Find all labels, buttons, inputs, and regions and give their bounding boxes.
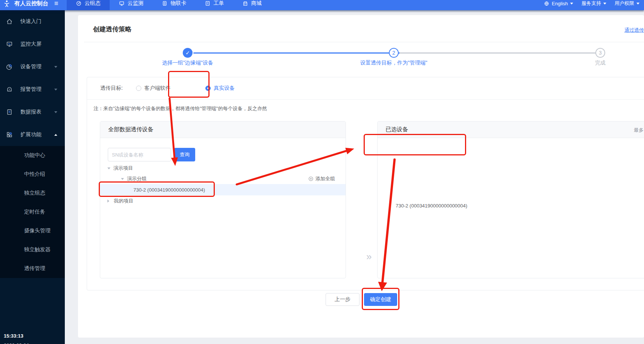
sidebar-item-quick-start[interactable]: 快速入门 xyxy=(0,10,65,33)
chevron-down-icon xyxy=(570,3,573,6)
selected-device-item[interactable]: 730-2 (00034190000000000004) xyxy=(396,203,467,209)
tree-node-demo-group[interactable]: 演示分组 添加全组 xyxy=(100,174,346,184)
tree-collapsed-icon[interactable] xyxy=(107,200,111,203)
submenu-label: 定时任务 xyxy=(24,209,45,215)
submenu-item-standalone-trigger[interactable]: 独立触发器 xyxy=(0,240,65,259)
max-devices-hint: 最多 xyxy=(634,127,644,134)
tree-node-label: 我的项目 xyxy=(114,198,133,204)
device-search-input[interactable] xyxy=(108,148,171,161)
circle-plus-icon xyxy=(308,176,314,181)
all-devices-title: 全部数据透传设备 xyxy=(108,126,153,133)
divider xyxy=(84,42,644,42)
user-permission-menu[interactable]: 用户权限 xyxy=(615,0,639,7)
step-3-circle: 3 xyxy=(595,48,605,58)
home-icon xyxy=(6,18,13,25)
sidebar-item-label: 监控大屏 xyxy=(20,41,57,48)
submenu-label: 透传管理 xyxy=(24,265,45,272)
sidebar-item-label: 扩展功能 xyxy=(20,131,54,138)
submenu-item-scheduled-task[interactable]: 定时任务 xyxy=(0,203,65,221)
tree-node-my-project[interactable]: 我的项目 xyxy=(100,195,346,207)
grid-icon xyxy=(6,131,13,138)
submenu-label: 独立触发器 xyxy=(24,246,50,253)
tree-node-label: 演示项目 xyxy=(113,165,133,172)
chevron-down-icon xyxy=(636,3,639,6)
bell-icon xyxy=(6,86,13,93)
main-card: 创建透传策略 通过透传 ✓ 2 3 选择一组"边缘端"设备 设置透传目标，作为"… xyxy=(78,15,644,338)
add-whole-group-button[interactable]: 添加全组 xyxy=(308,175,335,182)
submenu-label: 中性介绍 xyxy=(24,171,45,178)
nav-tab-work-order[interactable]: 工单 xyxy=(196,0,233,10)
check-icon: ✓ xyxy=(185,50,190,56)
tree-node-demo-project[interactable]: 演示项目 xyxy=(100,163,346,174)
globe-icon xyxy=(544,1,549,6)
sidebar-item-device-mgmt[interactable]: 设备管理 xyxy=(0,55,65,78)
search-button[interactable]: 查询 xyxy=(174,148,195,161)
step-3-label: 完成 xyxy=(585,60,615,66)
monitor-icon xyxy=(6,41,13,48)
sidebar-item-monitor-screen[interactable]: 监控大屏 xyxy=(0,33,65,55)
sidebar-item-label: 设备管理 xyxy=(20,63,54,70)
menu-collapse-icon[interactable]: ≡ xyxy=(54,0,58,8)
chevron-up-icon xyxy=(54,132,57,136)
radio-real-device[interactable] xyxy=(205,86,211,91)
language-switcher[interactable]: English xyxy=(544,1,573,6)
clock-time: 15:33:13 xyxy=(4,333,40,339)
nav-tab-cloud-scada[interactable]: 云组态 xyxy=(67,0,110,10)
step-1-circle: ✓ xyxy=(183,48,193,58)
sidebar-item-extensions[interactable]: 扩展功能 xyxy=(0,123,65,146)
submenu-label: 功能中心 xyxy=(24,152,45,159)
target-type-row: 透传目标: 客户端软件 真实设备 xyxy=(87,77,644,100)
radio-client-software[interactable] xyxy=(136,86,141,91)
nav-tab-label: 商城 xyxy=(251,0,262,7)
report-icon xyxy=(6,109,13,115)
language-label: English xyxy=(552,1,568,6)
nav-tab-label: 云监测 xyxy=(128,0,144,7)
nav-tab-iot-card[interactable]: 物联卡 xyxy=(153,0,196,10)
tree-node-device-730-2[interactable]: 730-2 (00034190000000000004) xyxy=(100,184,346,195)
step-number: 2 xyxy=(392,50,395,56)
all-devices-panel-header: 全部数据透传设备 xyxy=(100,121,346,138)
nav-tab-mall[interactable]: 商城 xyxy=(233,0,271,10)
sidebar-item-label: 数据报表 xyxy=(20,109,54,115)
add-whole-group-label: 添加全组 xyxy=(315,175,335,182)
sidebar-item-alarm-mgmt[interactable]: 报警管理 xyxy=(0,78,65,101)
step-2-label: 设置透传目标，作为"管理端" xyxy=(341,60,447,66)
nav-tabs: 云组态 云监测 物联卡 工单 xyxy=(67,0,271,10)
submenu-item-passthrough-mgmt[interactable]: 透传管理 xyxy=(0,259,65,278)
step-2-circle: 2 xyxy=(389,48,399,58)
extensions-submenu: 功能中心 中性介绍 独立组态 定时任务 摄像头管理 独立触发器 透传管理 xyxy=(0,146,65,278)
radio-real-device-label[interactable]: 真实设备 xyxy=(214,85,235,92)
chevron-down-icon xyxy=(603,3,606,6)
submenu-label: 摄像头管理 xyxy=(24,227,50,234)
chevron-down-icon xyxy=(54,89,57,92)
nav-tab-label: 工单 xyxy=(214,0,224,7)
page-title: 创建透传策略 xyxy=(93,25,132,34)
submenu-item-neutral-intro[interactable]: 中性介绍 xyxy=(0,165,65,184)
chevron-down-icon xyxy=(54,66,57,69)
tree-expand-icon[interactable] xyxy=(107,167,110,171)
note-text: 注：来自"边缘端"的每个设备的数据，都将透传给"管理端"的每个设备，反之亦然 xyxy=(93,105,267,112)
nav-tab-cloud-monitor[interactable]: 云监测 xyxy=(110,0,153,10)
submenu-item-camera-mgmt[interactable]: 摄像头管理 xyxy=(0,221,65,240)
sidebar-item-label: 快速入门 xyxy=(20,18,57,25)
tree-device-label: 730-2 (00034190000000000004) xyxy=(133,187,205,193)
selected-devices-panel: 已选设备 最多 730-2 (00034190000000000004) xyxy=(377,121,644,278)
tree-expand-icon[interactable] xyxy=(121,178,124,181)
submenu-item-function-center[interactable]: 功能中心 xyxy=(0,146,65,165)
target-type-caption: 透传目标: xyxy=(100,85,123,92)
passthrough-help-link[interactable]: 通过透传 xyxy=(624,27,644,34)
submenu-label: 独立组态 xyxy=(24,190,45,197)
brand-logo-icon xyxy=(3,0,11,7)
brand-name: 有人云控制台 xyxy=(14,0,48,7)
step-1-label: 选择一组"边缘端"设备 xyxy=(142,60,233,66)
confirm-create-button[interactable]: 确定创建 xyxy=(364,293,397,306)
sidebar-item-data-report[interactable]: 数据报表 xyxy=(0,101,65,123)
radio-client-software-label[interactable]: 客户端软件 xyxy=(144,85,171,92)
chevron-down-icon xyxy=(54,111,57,115)
step-connector-pending xyxy=(399,52,598,54)
sidebar-footer: 15:33:13 2020-09-04 当前版本：V3.0.1 xyxy=(4,326,40,344)
selected-devices-panel-header: 已选设备 最多 xyxy=(378,121,644,138)
service-support-menu[interactable]: 服务支持 xyxy=(581,0,606,7)
previous-step-button[interactable]: 上一步 xyxy=(326,293,359,306)
submenu-item-standalone-scada[interactable]: 独立组态 xyxy=(0,184,65,203)
